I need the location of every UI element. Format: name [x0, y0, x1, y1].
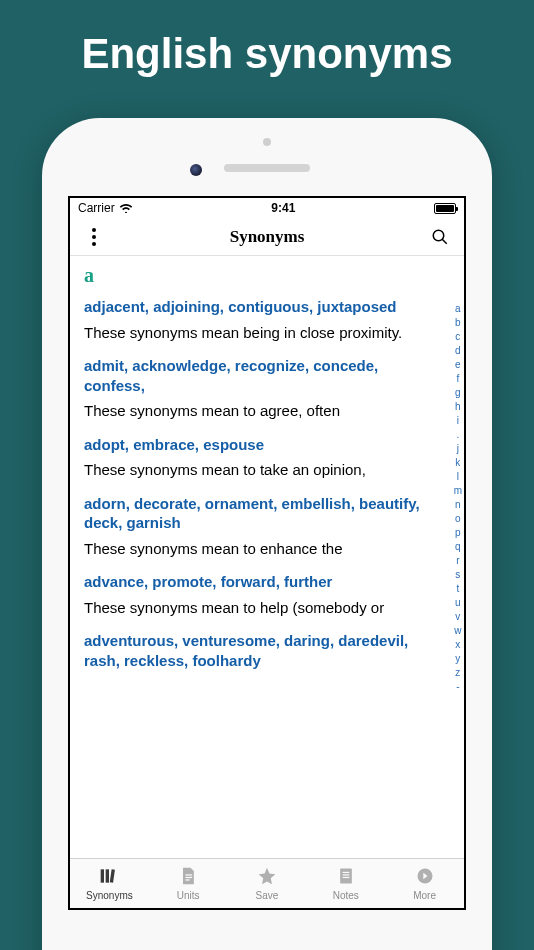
- index-letter[interactable]: r: [456, 554, 459, 568]
- page-title: Synonyms: [230, 227, 305, 247]
- menu-button[interactable]: [82, 225, 106, 249]
- battery-icon: [434, 203, 456, 214]
- tab-save[interactable]: Save: [228, 859, 307, 908]
- books-icon: [98, 866, 120, 888]
- entry-definition: These synonyms mean to agree, often: [84, 401, 432, 421]
- app-header: Synonyms: [70, 218, 464, 256]
- note-icon: [335, 866, 357, 888]
- phone-frame: Carrier 9:41 Synonyms: [42, 118, 492, 950]
- wifi-icon: [119, 203, 133, 213]
- index-letter[interactable]: m: [454, 484, 462, 498]
- entry-headwords: admit, acknowledge, recognize, concede, …: [84, 356, 432, 395]
- svg-rect-5: [186, 874, 193, 875]
- synonym-entry[interactable]: advance, promote, forward, furtherThese …: [84, 572, 450, 617]
- tab-units[interactable]: Units: [149, 859, 228, 908]
- search-icon: [431, 228, 449, 246]
- index-letter[interactable]: k: [455, 456, 460, 470]
- entry-definition: These synonyms mean being in close proxi…: [84, 323, 432, 343]
- entry-definition: These synonyms mean to enhance the: [84, 539, 432, 559]
- synonym-entry[interactable]: adopt, embrace, espouseThese synonyms me…: [84, 435, 450, 480]
- index-letter[interactable]: b: [455, 316, 461, 330]
- alpha-index[interactable]: abcdefghi.jklmnopqrstuvwxyz-: [454, 302, 462, 694]
- index-letter[interactable]: w: [454, 624, 461, 638]
- index-letter[interactable]: x: [455, 638, 460, 652]
- tab-more[interactable]: More: [385, 859, 464, 908]
- tab-label: Synonyms: [86, 890, 133, 901]
- index-letter[interactable]: f: [456, 372, 459, 386]
- page-icon: [177, 866, 199, 888]
- tab-bar: SynonymsUnitsSaveNotesMore: [70, 858, 464, 908]
- tab-notes[interactable]: Notes: [306, 859, 385, 908]
- star-icon: [256, 866, 278, 888]
- index-letter[interactable]: a: [455, 302, 461, 316]
- entry-definition: These synonyms mean to take an opinion,: [84, 460, 432, 480]
- index-letter[interactable]: n: [455, 498, 461, 512]
- index-letter[interactable]: q: [455, 540, 461, 554]
- entry-definition: These synonyms mean to help (somebody or: [84, 598, 432, 618]
- index-letter[interactable]: d: [455, 344, 461, 358]
- index-letter[interactable]: s: [455, 568, 460, 582]
- svg-rect-8: [340, 869, 352, 884]
- entry-headwords: adjacent, adjoining, contiguous, juxtapo…: [84, 297, 432, 317]
- index-letter[interactable]: -: [456, 680, 459, 694]
- more-vertical-icon: [92, 228, 96, 246]
- index-letter[interactable]: g: [455, 386, 461, 400]
- index-letter[interactable]: j: [457, 442, 459, 456]
- clock-label: 9:41: [271, 201, 295, 215]
- index-letter[interactable]: p: [455, 526, 461, 540]
- index-letter[interactable]: i: [457, 414, 459, 428]
- synonym-entry[interactable]: admit, acknowledge, recognize, concede, …: [84, 356, 450, 421]
- svg-line-1: [442, 239, 447, 244]
- synonym-entry[interactable]: adjacent, adjoining, contiguous, juxtapo…: [84, 297, 450, 342]
- svg-rect-10: [342, 874, 349, 875]
- section-letter: a: [84, 264, 450, 287]
- index-letter[interactable]: h: [455, 400, 461, 414]
- svg-rect-4: [110, 869, 115, 883]
- index-letter[interactable]: l: [457, 470, 459, 484]
- svg-rect-3: [106, 869, 109, 882]
- index-letter[interactable]: c: [455, 330, 460, 344]
- camera-icon: [190, 164, 202, 176]
- tab-label: Units: [177, 890, 200, 901]
- phone-screen: Carrier 9:41 Synonyms: [68, 196, 466, 910]
- svg-rect-2: [101, 869, 104, 882]
- tab-label: Notes: [333, 890, 359, 901]
- synonym-entry[interactable]: adventurous, venturesome, daring, darede…: [84, 631, 450, 670]
- tab-label: More: [413, 890, 436, 901]
- svg-rect-7: [186, 879, 190, 880]
- carrier-label: Carrier: [78, 201, 115, 215]
- hero-title: English synonyms: [0, 0, 534, 78]
- tab-synonyms[interactable]: Synonyms: [70, 859, 149, 908]
- index-letter[interactable]: e: [455, 358, 461, 372]
- index-letter[interactable]: u: [455, 596, 461, 610]
- index-letter[interactable]: o: [455, 512, 461, 526]
- index-letter[interactable]: t: [456, 582, 459, 596]
- svg-rect-6: [186, 877, 193, 878]
- entry-headwords: adopt, embrace, espouse: [84, 435, 432, 455]
- index-letter[interactable]: y: [455, 652, 460, 666]
- entry-headwords: adventurous, venturesome, daring, darede…: [84, 631, 432, 670]
- synonym-entry[interactable]: adorn, decorate, ornament, embellish, be…: [84, 494, 450, 559]
- entry-headwords: adorn, decorate, ornament, embellish, be…: [84, 494, 432, 533]
- search-button[interactable]: [428, 225, 452, 249]
- content-area[interactable]: a adjacent, adjoining, contiguous, juxta…: [70, 256, 464, 858]
- tab-label: Save: [256, 890, 279, 901]
- status-bar: Carrier 9:41: [70, 198, 464, 218]
- svg-rect-9: [342, 872, 349, 873]
- index-letter[interactable]: .: [456, 428, 459, 442]
- svg-point-0: [433, 230, 444, 241]
- svg-rect-11: [342, 877, 349, 878]
- index-letter[interactable]: z: [455, 666, 460, 680]
- index-letter[interactable]: v: [455, 610, 460, 624]
- more-icon: [414, 866, 436, 888]
- entry-headwords: advance, promote, forward, further: [84, 572, 432, 592]
